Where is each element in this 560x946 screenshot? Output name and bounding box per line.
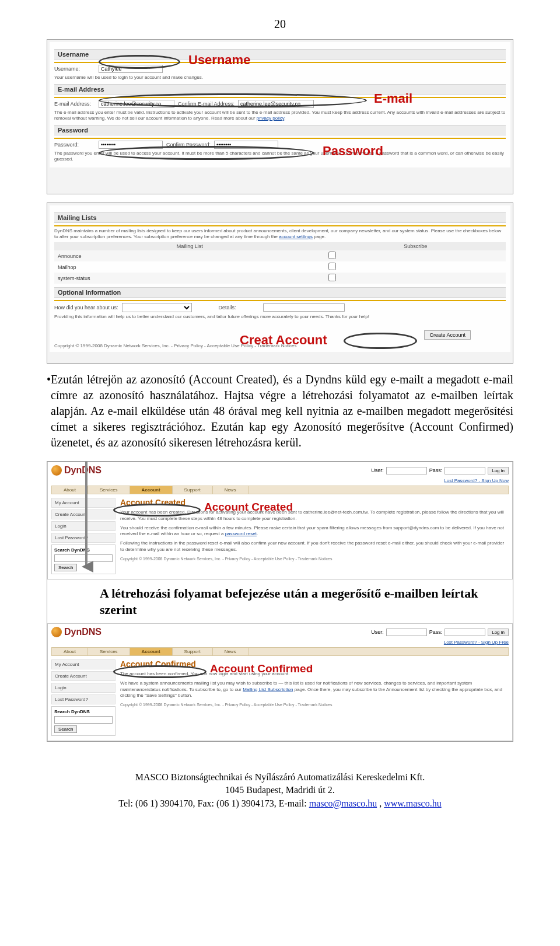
search-input[interactable]: [54, 716, 113, 724]
link-mailing-list-subscription[interactable]: Mailing List Subscription: [243, 687, 293, 692]
tab-services[interactable]: Services: [88, 486, 130, 494]
tab-support[interactable]: Support: [173, 648, 213, 655]
section-password: Password: [54, 125, 506, 135]
label-user: User:: [371, 467, 384, 473]
create-account-button[interactable]: Create Account: [424, 330, 471, 340]
annotation-password: Password: [323, 144, 383, 159]
col-subscribe: Subscribe: [325, 242, 506, 250]
help-username: Your username will be used to login to y…: [54, 75, 506, 81]
screenshot-account-created-confirmed: DynDNS User: Pass: Log in Lost Password?…: [47, 461, 513, 742]
help-email: The e-mail address you enter must be val…: [54, 110, 506, 121]
text-created-3: Following the instructions in the passwo…: [120, 540, 509, 553]
checkbox-announce[interactable]: [328, 252, 336, 259]
tab-about[interactable]: About: [52, 648, 88, 655]
footer-email-link[interactable]: masco@masco.hu: [309, 798, 377, 808]
section-optional-info: Optional Information: [54, 287, 506, 298]
table-row: system-status: [54, 273, 506, 284]
search-button[interactable]: Search: [54, 725, 77, 733]
input-login-user[interactable]: [386, 629, 427, 636]
section-mailing-lists: Mailing Lists: [54, 212, 506, 223]
annotation-account-confirmed: Account Confirmed: [210, 662, 313, 675]
select-how-hear[interactable]: [122, 303, 192, 312]
label-user: User:: [371, 629, 384, 635]
tab-account[interactable]: Account: [130, 486, 173, 494]
label-details: Details:: [219, 305, 260, 310]
col-mailing-list: Mailing List: [54, 242, 325, 250]
globe-icon: [51, 627, 62, 637]
label-pass: Pass:: [429, 629, 443, 635]
label-password: Password:: [54, 142, 95, 148]
footer-address: 1045 Budapest, Madridi út 2.: [47, 784, 513, 797]
sidebar-item-create-account[interactable]: Create Account: [51, 671, 116, 681]
nav-tabs: About Services Account Support News: [51, 486, 509, 494]
annotation-email: E-mail: [374, 91, 412, 106]
link-password-reset[interactable]: password reset: [225, 531, 257, 536]
label-email: E-mail Address:: [54, 101, 95, 107]
screenshot-username-email-password: Username E-mail Password Username Userna…: [47, 39, 513, 194]
page-number: 20: [47, 18, 513, 31]
input-details[interactable]: [263, 303, 345, 312]
label-pass: Pass:: [429, 467, 443, 473]
login-button[interactable]: Log in: [488, 467, 509, 474]
checkbox-mailhop[interactable]: [328, 263, 336, 270]
footer-site-link[interactable]: www.masco.hu: [384, 798, 442, 808]
down-arrow-icon: [79, 461, 93, 574]
link-privacy-policy[interactable]: privacy policy: [257, 116, 284, 121]
tab-account[interactable]: Account: [130, 648, 173, 655]
sidebar-item-login[interactable]: Login: [51, 683, 116, 693]
footer-company: MASCO Biztonságtechnikai és Nyílászáró A…: [47, 771, 513, 784]
checkbox-system-status[interactable]: [328, 274, 336, 281]
footer-created: Copyright © 1999-2008 Dynamic Network Se…: [120, 557, 509, 561]
search-button[interactable]: Search: [54, 564, 77, 571]
tab-news[interactable]: News: [213, 648, 249, 655]
link-account-settings[interactable]: account settings: [279, 234, 313, 239]
tab-news[interactable]: News: [213, 486, 249, 494]
body-paragraph: • Ezután létrejön az azonosító (Account …: [47, 372, 513, 451]
input-login-pass[interactable]: [444, 467, 485, 474]
label-how-hear: How did you hear about us:: [54, 305, 118, 310]
table-row: Mailhop: [54, 261, 506, 273]
mailing-list-table: Mailing ListSubscribe Announce Mailhop s…: [54, 242, 506, 284]
sidebar-item-lost-password[interactable]: Lost Password?: [51, 694, 116, 704]
globe-icon: [51, 465, 62, 476]
text-confirmed-2: We have a system announcements mailing l…: [120, 680, 509, 699]
annotation-username: Username: [188, 53, 250, 68]
input-login-pass[interactable]: [444, 629, 485, 636]
label-username: Username:: [54, 66, 95, 72]
bullet-icon: •: [47, 372, 51, 451]
login-button[interactable]: Log in: [488, 629, 509, 636]
page-footer: MASCO Biztonságtechnikai és Nyílászáró A…: [47, 771, 513, 810]
lost-password-link[interactable]: Lost Password? - Sign Up Now: [51, 478, 509, 483]
help-optional: Providing this information will help us …: [54, 314, 506, 320]
tab-support[interactable]: Support: [173, 486, 213, 494]
intermediate-instruction: A létrehozási folyamat befejezése után a…: [47, 580, 513, 623]
sidebar-item-my-account[interactable]: My Account: [51, 659, 116, 669]
footer-confirmed: Copyright © 1999-2008 Dynamic Network Se…: [120, 703, 509, 707]
dyndns-logo: DynDNS: [51, 627, 102, 637]
lost-password-link[interactable]: Lost Password? - Sign Up Free: [51, 640, 509, 645]
text-created-2: You should receive the confirmation e-ma…: [120, 525, 509, 538]
tab-services[interactable]: Services: [88, 648, 130, 655]
help-mailing: DynDNS maintains a number of mailing lis…: [54, 228, 506, 240]
screenshot-mailing-optional: Creat Account Mailing Lists DynDNS maint…: [47, 203, 513, 364]
search-heading: Search DynDNS: [54, 709, 113, 714]
nav-tabs: About Services Account Support News: [51, 647, 509, 656]
table-row: Announce: [54, 250, 506, 261]
section-email: E-mail Address: [54, 84, 506, 95]
annotation-account-created: Account Created: [204, 501, 293, 514]
input-login-user[interactable]: [386, 467, 427, 474]
annotation-create-account: Creat Account: [240, 333, 327, 348]
footer-contact: Tel: (06 1) 3904170, Fax: (06 1) 3904173…: [47, 797, 513, 810]
dyndns-logo: DynDNS: [51, 465, 102, 476]
